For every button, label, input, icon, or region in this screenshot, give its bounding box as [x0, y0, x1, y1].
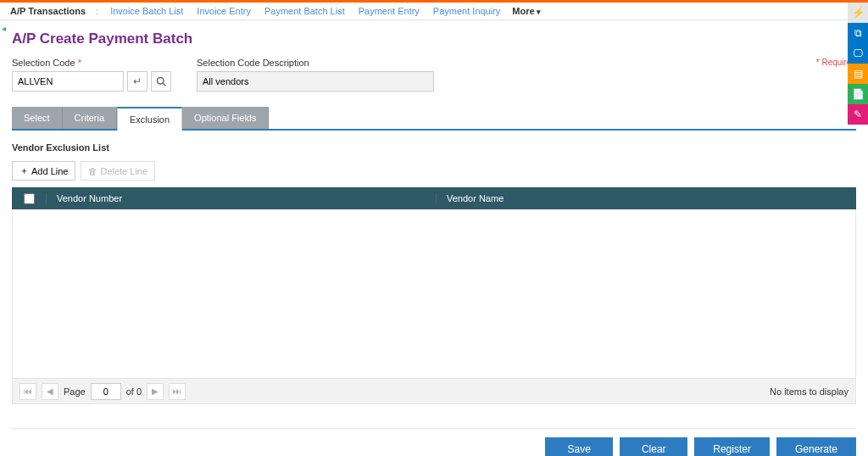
side-window-new-icon[interactable]: ⧉ — [848, 23, 868, 43]
tabs: Select Criteria Exclusion Optional Field… — [12, 107, 856, 131]
selection-code-input[interactable] — [12, 71, 124, 92]
trash-icon: 🗑 — [88, 166, 97, 176]
selection-desc-group: Selection Code Description — [197, 58, 434, 92]
selection-code-label: Selection Code * — [12, 58, 171, 68]
enter-icon[interactable]: ↵ — [127, 71, 147, 92]
tab-exclusion[interactable]: Exclusion — [117, 107, 182, 131]
side-note-icon[interactable]: ▤ — [848, 64, 868, 84]
pager-prev-icon[interactable]: ◀ — [42, 383, 58, 400]
tab-select[interactable]: Select — [12, 107, 63, 129]
grid-actions: ＋Add Line 🗑Delete Line — [12, 161, 856, 181]
delete-line-button: 🗑Delete Line — [81, 161, 155, 181]
breadcrumb-nav: A/P Transactions : Invoice Batch List In… — [0, 3, 868, 20]
side-bolt-icon[interactable]: ⚡ — [848, 3, 868, 23]
grid-header: Vendor Number Vendor Name — [12, 187, 856, 209]
grid-empty-text: No items to display — [770, 386, 849, 397]
grid-check-all[interactable] — [12, 193, 46, 204]
footer-actions: Save Clear Register Generate — [12, 428, 856, 456]
section-title: Vendor Exclusion List — [12, 142, 856, 153]
pager-first-icon[interactable]: ⏮ — [19, 383, 36, 400]
side-rail: ⚡ ⧉ 🖵 ▤ 📄 ✎ — [848, 3, 868, 125]
required-star-icon: * — [78, 58, 81, 68]
nav-context[interactable]: A/P Transactions — [10, 6, 86, 16]
nav-link-payment-batch-list[interactable]: Payment Batch List — [264, 6, 345, 16]
column-vendor-name[interactable]: Vendor Name — [436, 193, 856, 203]
pager-last-icon[interactable]: ⏭ — [169, 383, 186, 400]
nav-link-payment-inquiry[interactable]: Payment Inquiry — [433, 6, 500, 16]
side-doc-icon[interactable]: 📄 — [848, 84, 868, 104]
svg-line-1 — [163, 83, 165, 86]
back-caret-icon[interactable]: ◂ — [0, 22, 8, 35]
save-button[interactable]: Save — [545, 437, 613, 456]
grid-body — [12, 209, 856, 379]
pager: ⏮ ◀ Page of 0 ▶ ⏭ — [19, 383, 186, 400]
register-button[interactable]: Register — [694, 437, 770, 456]
tab-criteria[interactable]: Criteria — [63, 107, 117, 129]
side-windows-icon[interactable]: 🖵 — [848, 43, 868, 64]
selection-form-row: Selection Code * ↵ Selection Code Descri… — [12, 58, 856, 92]
grid-footer: ⏮ ◀ Page of 0 ▶ ⏭ No items to display — [12, 379, 856, 404]
nav-link-invoice-batch-list[interactable]: Invoice Batch List — [110, 6, 183, 16]
page-title: A/P Create Payment Batch — [12, 31, 856, 47]
pager-next-icon[interactable]: ▶ — [147, 383, 164, 400]
nav-link-payment-entry[interactable]: Payment Entry — [359, 6, 420, 16]
pager-of-label: of 0 — [126, 386, 142, 397]
pager-page-label: Page — [64, 386, 86, 397]
selection-desc-label: Selection Code Description — [197, 58, 434, 68]
selection-code-group: Selection Code * ↵ — [12, 58, 171, 92]
svg-point-0 — [158, 78, 164, 85]
side-edit-icon[interactable]: ✎ — [848, 104, 868, 125]
select-all-checkbox[interactable] — [24, 193, 35, 204]
column-vendor-number[interactable]: Vendor Number — [46, 193, 436, 203]
main-content: A/P Create Payment Batch Selection Code … — [0, 20, 868, 456]
nav-separator: : — [96, 6, 98, 16]
nav-more-dropdown[interactable]: More — [512, 6, 541, 16]
selection-desc-field — [197, 71, 434, 92]
clear-button[interactable]: Clear — [620, 437, 687, 456]
tab-optional-fields[interactable]: Optional Fields — [182, 107, 269, 129]
add-line-button[interactable]: ＋Add Line — [12, 161, 75, 181]
plus-icon: ＋ — [19, 164, 29, 177]
nav-link-invoice-entry[interactable]: Invoice Entry — [197, 6, 251, 16]
generate-button[interactable]: Generate — [776, 437, 856, 456]
pager-page-input[interactable] — [91, 383, 121, 400]
search-icon[interactable] — [151, 71, 171, 92]
